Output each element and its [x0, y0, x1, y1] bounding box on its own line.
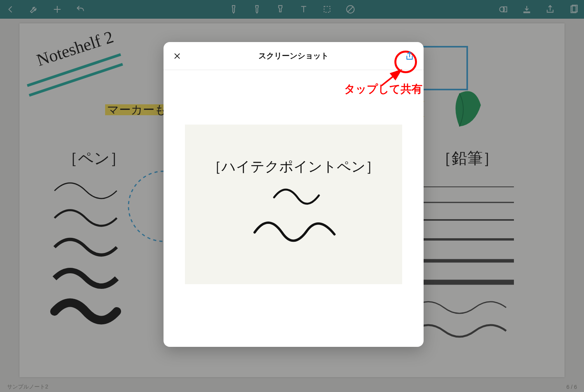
share-button[interactable]	[404, 51, 415, 62]
screenshot-preview: ［ハイテクポイントペン］	[185, 125, 402, 284]
modal-title: スクリーンショット	[164, 51, 424, 61]
close-icon	[173, 52, 181, 60]
annotation-text: タップして共有	[344, 82, 422, 97]
app-root: Noteshelf 2 マーカーも ［ペン］ ［鉛筆］	[0, 0, 584, 392]
modal-header: スクリーンショット	[164, 42, 424, 70]
modal-body: ［ハイテクポイントペン］	[164, 70, 424, 347]
share-icon	[404, 51, 415, 62]
preview-label: ［ハイテクポイントペン］	[208, 157, 380, 176]
close-button[interactable]	[173, 52, 181, 60]
preview-strokes	[239, 186, 348, 252]
